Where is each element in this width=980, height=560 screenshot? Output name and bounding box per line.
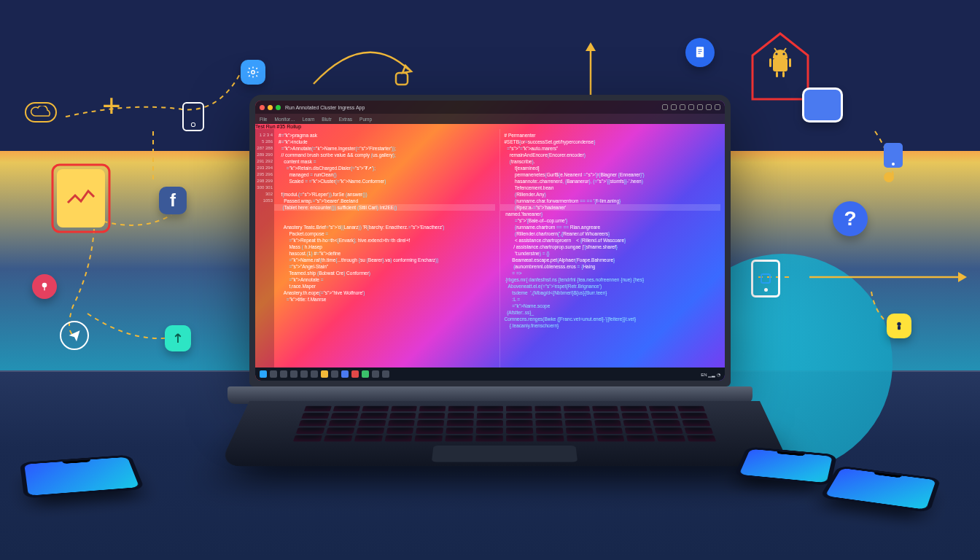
svg-rect-5	[696, 47, 704, 57]
svg-rect-0	[396, 73, 408, 85]
facebook-icon: f	[159, 187, 187, 214]
menu-bar: File Monitor… Learn Blutr Extras Pump	[255, 114, 725, 124]
start-icon	[260, 370, 267, 378]
window-title: Run Annotated Cluster Ingress App	[285, 105, 365, 110]
dot-icon	[884, 172, 894, 182]
android-icon	[766, 45, 795, 80]
paper-plane-icon	[60, 321, 89, 350]
os-taskbar: EN ▁▂ ◔	[255, 368, 725, 381]
help-icon: ?	[833, 201, 868, 236]
trackpad	[432, 446, 578, 462]
menu-item: File	[260, 117, 267, 122]
svg-point-14	[775, 52, 777, 55]
svg-point-15	[782, 52, 785, 55]
svg-line-17	[784, 48, 786, 51]
code-pane-left: #="k">pragma ask #="k">include ="k">Anno…	[274, 129, 499, 373]
run-tab-pill: Test Run #35 Rollup	[255, 124, 725, 129]
svg-line-16	[774, 48, 777, 51]
analytics-card	[57, 169, 105, 228]
transfer-icon	[165, 325, 191, 351]
svg-rect-11	[789, 58, 791, 67]
svg-rect-8	[698, 53, 700, 54]
svg-rect-13	[782, 71, 785, 77]
titlebar-right-icons	[662, 104, 720, 110]
menu-item: Learn	[303, 117, 315, 122]
traffic-lights	[260, 105, 281, 110]
line-number-gutter: 1 2 3 4 5 286 287 288 289 290 291 292 29…	[255, 129, 274, 373]
laptop-keyboard	[219, 401, 790, 466]
svg-rect-12	[776, 71, 778, 77]
menu-item: Monitor…	[274, 117, 295, 122]
svg-rect-6	[698, 50, 701, 50]
tablet-icon	[182, 102, 204, 131]
menu-item: Blutr	[322, 117, 331, 122]
device-icon	[751, 260, 780, 298]
cloud-icon	[25, 102, 57, 122]
window-titlebar: Run Annotated Cluster Ingress App	[255, 101, 725, 114]
svg-rect-9	[773, 58, 788, 71]
note-icon	[887, 314, 911, 338]
code-pane-right: # Permanenter #SETB{or=successSet.get/hy…	[499, 129, 726, 373]
svg-rect-4	[44, 287, 44, 290]
document-icon	[685, 38, 715, 67]
taskbar-tray: EN ▁▂ ◔	[701, 372, 720, 377]
menu-item: Pump	[359, 117, 372, 122]
svg-point-2	[252, 71, 255, 74]
settings-icon	[241, 60, 265, 85]
svg-rect-10	[769, 58, 771, 67]
code-editor-window: Run Annotated Cluster Ingress App File M…	[255, 101, 725, 381]
tablet-filled-icon	[802, 88, 843, 122]
laptop-screen-bezel: Run Annotated Cluster Ingress App File M…	[249, 95, 731, 386]
plus-icon: +	[102, 88, 121, 124]
push-pin-icon	[32, 274, 57, 299]
editor-body: 1 2 3 4 5 286 287 288 289 290 291 292 29…	[255, 129, 725, 373]
phone-icon	[884, 143, 903, 168]
laptop: Run Annotated Cluster Ingress App File M…	[249, 95, 731, 525]
svg-rect-7	[698, 51, 701, 52]
svg-rect-19	[898, 326, 901, 330]
menu-item: Extras	[339, 117, 352, 122]
svg-point-18	[897, 322, 901, 326]
